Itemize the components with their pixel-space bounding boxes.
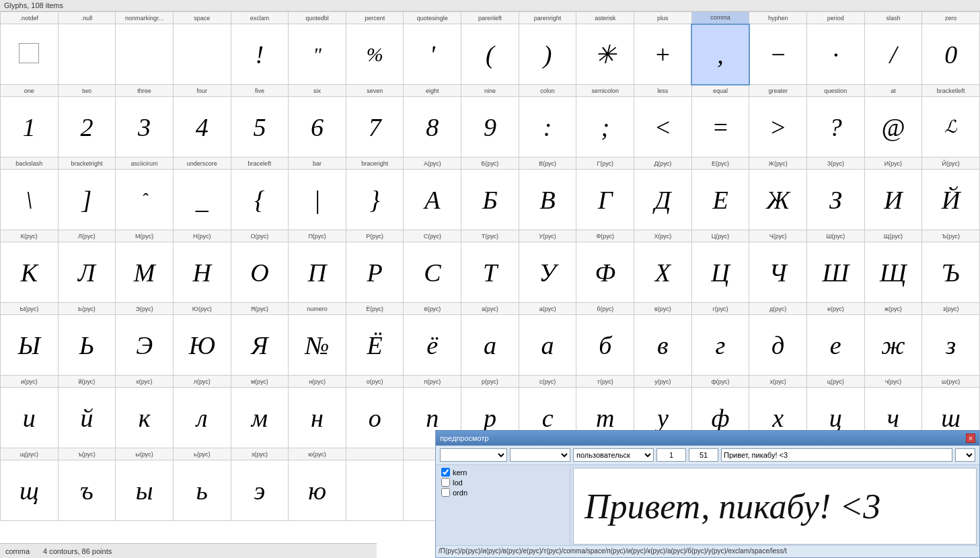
preview-mode-select[interactable]: пользовательск: [573, 448, 654, 462]
glyph-seven[interactable]: 7: [346, 97, 404, 158]
glyph-greater[interactable]: >: [749, 97, 807, 158]
glyph-L[interactable]: Л: [58, 242, 116, 303]
glyph-a-small2[interactable]: а: [519, 315, 576, 376]
glyph-M[interactable]: М: [116, 242, 174, 303]
ordn-checkbox[interactable]: [441, 488, 450, 497]
glyph-e2-small[interactable]: э: [231, 460, 289, 521]
glyph-k-small[interactable]: к: [116, 388, 174, 448]
glyph-parenright[interactable]: ): [519, 24, 576, 85]
glyph-backslash[interactable]: \: [1, 170, 59, 230]
glyph-plus[interactable]: +: [634, 24, 692, 85]
glyph-R[interactable]: Р: [346, 242, 404, 303]
glyph-o-small[interactable]: о: [346, 388, 404, 448]
glyph-g-small[interactable]: г: [691, 315, 749, 376]
glyph-soft-small[interactable]: ь: [173, 460, 231, 521]
glyph-A-rus[interactable]: А: [404, 170, 461, 230]
glyph-Yo[interactable]: Ё: [346, 315, 404, 376]
preview-style-select[interactable]: [510, 448, 570, 462]
glyph-Sh[interactable]: Ш: [806, 242, 864, 303]
preview-size-spinbox[interactable]: [656, 448, 686, 462]
glyph-l-small[interactable]: л: [173, 388, 231, 448]
glyph-nine[interactable]: 9: [461, 97, 519, 158]
glyph-Iy-rus[interactable]: Й: [922, 170, 980, 230]
glyph-four[interactable]: 4: [173, 97, 231, 158]
glyph-zero[interactable]: 0: [922, 24, 980, 85]
glyph-hard-sign[interactable]: Ъ: [922, 242, 980, 303]
preview-size2-spinbox[interactable]: [689, 448, 718, 462]
glyph-d-small[interactable]: д: [749, 315, 807, 376]
glyph-y-small[interactable]: ы: [116, 460, 174, 521]
glyph-I-rus[interactable]: И: [864, 170, 922, 230]
glyph-P[interactable]: П: [289, 242, 346, 303]
preview-text-input[interactable]: Привет, пикабу! <3: [721, 448, 952, 462]
glyph-v-small[interactable]: в: [634, 315, 692, 376]
glyph-underscore[interactable]: _: [173, 170, 231, 230]
glyph-at[interactable]: @: [864, 97, 922, 158]
glyph-Y[interactable]: Ы: [1, 315, 59, 376]
glyph-Shch[interactable]: Щ: [864, 242, 922, 303]
glyph-five[interactable]: 5: [231, 97, 289, 158]
glyph-bar[interactable]: |: [289, 170, 346, 230]
glyph-a-small[interactable]: а: [461, 315, 519, 376]
glyph-one[interactable]: 1: [1, 97, 59, 158]
glyph-space[interactable]: [173, 24, 231, 85]
glyph-exclam[interactable]: !: [231, 24, 289, 85]
preview-font-select[interactable]: [440, 448, 507, 462]
glyph-Z-rus[interactable]: З: [806, 170, 864, 230]
glyph-b-small[interactable]: б: [576, 315, 634, 376]
glyph-Ya[interactable]: Я: [231, 315, 289, 376]
glyph-nonmarking[interactable]: [116, 24, 174, 85]
glyph-comma[interactable]: ,: [691, 24, 749, 85]
glyph-D-rus[interactable]: Д: [634, 170, 692, 230]
glyph-O[interactable]: О: [231, 242, 289, 303]
glyph-yu-small[interactable]: ю: [289, 460, 346, 521]
glyph-N[interactable]: Н: [173, 242, 231, 303]
glyph-quotesingle[interactable]: ': [404, 24, 461, 85]
preview-close-button[interactable]: ×: [966, 433, 975, 443]
glyph-Yu[interactable]: Ю: [173, 315, 231, 376]
glyph-three[interactable]: 3: [116, 97, 174, 158]
glyph-G-rus[interactable]: Г: [576, 170, 634, 230]
glyph-X[interactable]: Х: [634, 242, 692, 303]
glyph-m-small[interactable]: м: [231, 388, 289, 448]
glyph-z-small[interactable]: з: [922, 315, 980, 376]
glyph-Ch[interactable]: Ч: [749, 242, 807, 303]
glyph-hyphen[interactable]: −: [749, 24, 807, 85]
glyph-asciicirum[interactable]: ˆ: [116, 170, 174, 230]
glyph-Zh-rus[interactable]: Ж: [749, 170, 807, 230]
glyph-equal[interactable]: =: [691, 97, 749, 158]
glyph-null[interactable]: [58, 24, 116, 85]
glyph-zh-small[interactable]: ж: [864, 315, 922, 376]
lod-checkbox[interactable]: [441, 478, 450, 487]
glyph-e-small[interactable]: е: [806, 315, 864, 376]
glyph-B-rus[interactable]: Б: [461, 170, 519, 230]
glyph-quotedbl[interactable]: ": [289, 24, 346, 85]
glyph-braceright[interactable]: }: [346, 170, 404, 230]
glyph-two[interactable]: 2: [58, 97, 116, 158]
glyph-numero[interactable]: №: [289, 315, 346, 376]
glyph-period[interactable]: ·: [806, 24, 864, 85]
glyph-K[interactable]: К: [1, 242, 59, 303]
glyph-semicolon[interactable]: ;: [576, 97, 634, 158]
glyph-percent[interactable]: %: [346, 24, 404, 85]
glyph-less[interactable]: <: [634, 97, 692, 158]
glyph-soft-sign[interactable]: Ь: [58, 315, 116, 376]
glyph-bracketleft[interactable]: ℒ: [922, 97, 980, 158]
glyph-eight[interactable]: 8: [404, 97, 461, 158]
glyph-shch-small[interactable]: щ: [1, 460, 59, 521]
preview-extra-select[interactable]: [955, 448, 975, 462]
glyph-question[interactable]: ?: [806, 97, 864, 158]
glyph-slash[interactable]: /: [864, 24, 922, 85]
glyph-E-rus[interactable]: Е: [691, 170, 749, 230]
glyph-bracketright[interactable]: ]: [58, 170, 116, 230]
glyph-T[interactable]: Т: [461, 242, 519, 303]
glyph-F[interactable]: Ф: [576, 242, 634, 303]
glyph-parenleft[interactable]: (: [461, 24, 519, 85]
glyph-n-small[interactable]: н: [289, 388, 346, 448]
glyph-iy-small[interactable]: й: [58, 388, 116, 448]
glyph-asterisk[interactable]: ✳: [576, 24, 634, 85]
glyph-Ts[interactable]: Ц: [691, 242, 749, 303]
glyph-E2[interactable]: Э: [116, 315, 174, 376]
glyph-U[interactable]: У: [519, 242, 576, 303]
glyph-braceleft[interactable]: {: [231, 170, 289, 230]
